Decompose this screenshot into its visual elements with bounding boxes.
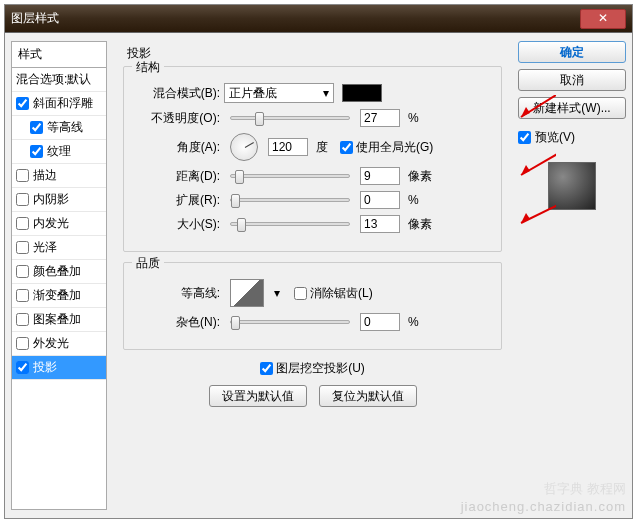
chevron-down-icon: ▾ <box>323 86 329 100</box>
ok-button[interactable]: 确定 <box>518 41 626 63</box>
close-icon: ✕ <box>598 11 608 25</box>
set-default-button[interactable]: 设置为默认值 <box>209 385 307 407</box>
angle-input[interactable] <box>268 138 308 156</box>
style-item-10[interactable]: 外发光 <box>12 332 106 356</box>
new-style-button[interactable]: 新建样式(W)... <box>518 97 626 119</box>
styles-header: 样式 <box>12 42 106 68</box>
preview-thumbnail <box>548 162 596 210</box>
size-input[interactable] <box>360 215 400 233</box>
quality-group: 品质 等高线: ▾ 消除锯齿(L) 杂色(N): % <box>123 262 502 350</box>
style-item-3[interactable]: 描边 <box>12 164 106 188</box>
structure-title: 结构 <box>132 59 164 76</box>
styles-panel: 样式 混合选项:默认 斜面和浮雕等高线纹理描边内阴影内发光光泽颜色叠加渐变叠加图… <box>11 41 107 510</box>
style-item-9[interactable]: 图案叠加 <box>12 308 106 332</box>
spread-slider[interactable] <box>230 198 350 202</box>
style-item-2[interactable]: 纹理 <box>12 140 106 164</box>
style-item-11[interactable]: 投影 <box>12 356 106 380</box>
distance-slider[interactable] <box>230 174 350 178</box>
spread-input[interactable] <box>360 191 400 209</box>
style-item-7[interactable]: 颜色叠加 <box>12 260 106 284</box>
reset-default-button[interactable]: 复位为默认值 <box>319 385 417 407</box>
contour-picker[interactable] <box>230 279 264 307</box>
watermark-url: jiaocheng.chazidian.com <box>461 499 626 514</box>
shadow-color-swatch[interactable] <box>342 84 382 102</box>
size-unit: 像素 <box>408 216 432 233</box>
dialog-title: 图层样式 <box>11 10 59 27</box>
main-panel: 投影 结构 混合模式(B): 正片叠底 ▾ 不透明度(O): % <box>115 41 510 510</box>
angle-dial[interactable] <box>230 133 258 161</box>
opacity-label: 不透明度(O): <box>136 110 220 127</box>
titlebar: 图层样式 ✕ <box>5 5 632 33</box>
opacity-slider[interactable] <box>230 116 350 120</box>
spread-unit: % <box>408 193 419 207</box>
style-item-4[interactable]: 内阴影 <box>12 188 106 212</box>
distance-input[interactable] <box>360 167 400 185</box>
distance-unit: 像素 <box>408 168 432 185</box>
global-light-checkbox[interactable]: 使用全局光(G) <box>340 139 433 156</box>
spread-label: 扩展(R): <box>136 192 220 209</box>
knockout-checkbox[interactable]: 图层挖空投影(U) <box>260 360 365 377</box>
noise-input[interactable] <box>360 313 400 331</box>
blend-options-default[interactable]: 混合选项:默认 <box>12 68 106 92</box>
right-panel: 确定 取消 新建样式(W)... 预览(V) <box>518 41 626 510</box>
close-button[interactable]: ✕ <box>580 9 626 29</box>
blend-mode-select[interactable]: 正片叠底 ▾ <box>224 83 334 103</box>
section-title: 投影 <box>123 45 502 62</box>
style-item-0[interactable]: 斜面和浮雕 <box>12 92 106 116</box>
opacity-input[interactable] <box>360 109 400 127</box>
distance-label: 距离(D): <box>136 168 220 185</box>
structure-group: 结构 混合模式(B): 正片叠底 ▾ 不透明度(O): % <box>123 66 502 252</box>
cancel-button[interactable]: 取消 <box>518 69 626 91</box>
opacity-unit: % <box>408 111 419 125</box>
style-item-1[interactable]: 等高线 <box>12 116 106 140</box>
angle-unit: 度 <box>316 139 328 156</box>
style-item-8[interactable]: 渐变叠加 <box>12 284 106 308</box>
quality-title: 品质 <box>132 255 164 272</box>
style-item-5[interactable]: 内发光 <box>12 212 106 236</box>
noise-slider[interactable] <box>230 320 350 324</box>
layer-style-dialog: 图层样式 ✕ 样式 混合选项:默认 斜面和浮雕等高线纹理描边内阴影内发光光泽颜色… <box>4 4 633 519</box>
size-label: 大小(S): <box>136 216 220 233</box>
watermark-text: 哲字典 教程网 <box>544 480 626 498</box>
contour-label: 等高线: <box>136 285 220 302</box>
chevron-down-icon[interactable]: ▾ <box>274 286 280 300</box>
blend-mode-label: 混合模式(B): <box>136 85 220 102</box>
noise-unit: % <box>408 315 419 329</box>
style-item-6[interactable]: 光泽 <box>12 236 106 260</box>
preview-checkbox[interactable]: 预览(V) <box>518 129 626 146</box>
size-slider[interactable] <box>230 222 350 226</box>
angle-label: 角度(A): <box>136 139 220 156</box>
antialias-checkbox[interactable]: 消除锯齿(L) <box>294 285 373 302</box>
noise-label: 杂色(N): <box>136 314 220 331</box>
